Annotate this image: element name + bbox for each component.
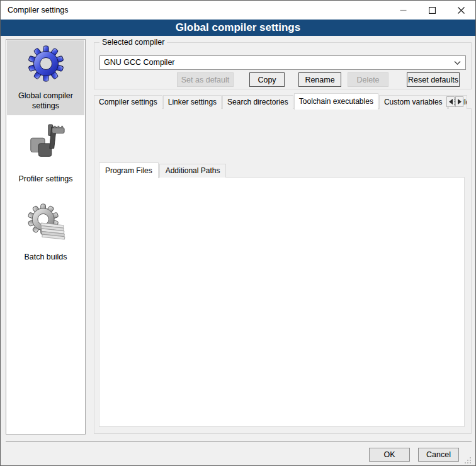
tab-linker-settings[interactable]: Linker settings [163,95,222,109]
sidebar-item-global-compiler-settings[interactable]: Global compiler settings [7,40,84,115]
tab-search-directories[interactable]: Search directories [222,95,293,109]
gray-gear-stack-icon [26,203,65,242]
sidebar-item-label: Batch builds [6,252,85,262]
subtab-additional-paths[interactable]: Additional Paths [159,164,227,178]
program-files-tab-bar: Program Files Additional Paths [99,161,227,178]
maximize-icon [429,7,436,14]
compiler-settings-dialog: Compiler settings Global compiler settin… [0,0,476,466]
minimize-icon [400,7,407,14]
caliper-icon [26,123,65,162]
ok-button[interactable]: OK [369,448,410,462]
reset-defaults-button[interactable]: Reset defaults [407,72,460,87]
selected-compiler-group-label: Selected compiler [99,38,167,47]
settings-tab-bar: Compiler settings Linker settings Search… [94,93,472,109]
minimize-button[interactable] [388,1,417,20]
set-as-default-button[interactable]: Set as default [177,72,234,87]
delete-button[interactable]: Delete [348,72,388,87]
arrow-left-icon [449,99,453,105]
rename-button[interactable]: Rename [298,72,341,87]
chevron-down-icon [454,61,461,65]
compiler-select[interactable]: GNU GCC Compiler [99,55,466,70]
compiler-select-value: GNU GCC Compiler [104,56,175,69]
page-title: Global compiler settings [1,20,475,36]
caption-buttons [388,1,475,20]
program-files-panel [99,177,465,427]
settings-category-list: Global compiler settings Profiler settin… [6,39,86,435]
window-title: Compiler settings [8,6,69,14]
footer-separator [6,441,472,442]
sidebar-item-label: Profiler settings [6,174,85,184]
tab-toolchain-executables[interactable]: Toolchain executables [294,93,378,110]
tab-compiler-settings[interactable]: Compiler settings [94,95,162,109]
arrow-right-icon [458,99,462,105]
cancel-button[interactable]: Cancel [418,448,459,462]
resize-grip[interactable] [464,457,472,464]
tab-scroll-right-button[interactable] [455,96,463,107]
close-icon [458,7,465,14]
close-button[interactable] [446,1,475,20]
tab-scroll-left-button[interactable] [446,96,455,107]
sidebar-item-label: Global compiler settings [7,91,84,111]
maximize-button[interactable] [417,1,446,20]
title-bar[interactable]: Compiler settings [1,1,475,20]
subtab-program-files[interactable]: Program Files [99,162,159,178]
tab-custom-variables[interactable]: Custom variables [379,95,448,109]
blue-gear-icon [28,45,64,82]
copy-button[interactable]: Copy [249,72,285,87]
